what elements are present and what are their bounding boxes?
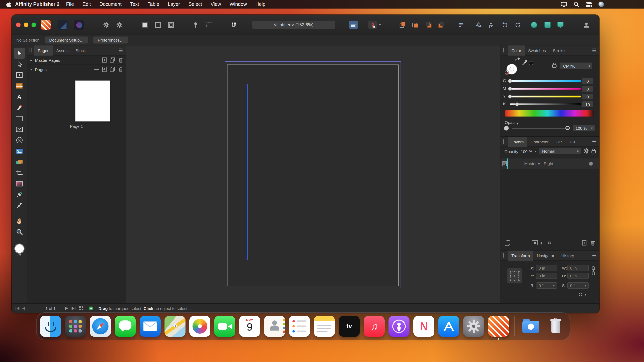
artistic-text-tool[interactable]: A <box>14 91 25 102</box>
tab-assets[interactable]: Assets <box>53 45 72 55</box>
panel-drag-handle[interactable] <box>503 253 505 257</box>
photo-persona-icon[interactable] <box>74 20 84 30</box>
minimize-window-button[interactable] <box>24 22 28 27</box>
stroke-color-swatch[interactable] <box>529 61 533 65</box>
view-tool[interactable] <box>14 215 25 226</box>
circle-shape-icon[interactable] <box>531 22 537 28</box>
display-icon[interactable] <box>561 2 567 7</box>
delete-page-icon[interactable] <box>118 57 123 62</box>
picture-frame-ellipse-tool[interactable] <box>14 135 25 146</box>
x-input[interactable]: 0 in <box>536 265 557 271</box>
pen-tool[interactable] <box>14 102 25 113</box>
frame-text-tool[interactable]: T <box>14 69 25 80</box>
w-input[interactable]: 0 in <box>568 265 589 271</box>
dock-item-maps[interactable] <box>164 312 186 340</box>
menu-text[interactable]: Text <box>126 1 143 7</box>
document-canvas[interactable] <box>126 45 500 303</box>
pages-overview-icon[interactable] <box>79 306 84 311</box>
tab-stroke[interactable]: Stroke <box>549 45 568 55</box>
dock-item-affinity-publisher[interactable] <box>488 312 509 340</box>
publisher-persona-icon[interactable] <box>41 20 51 30</box>
link-dimensions-icon[interactable] <box>592 266 596 275</box>
dock-item-downloads[interactable]: ↓ <box>520 312 541 340</box>
zoom-window-button[interactable] <box>32 22 36 27</box>
frame-marker-icon[interactable] <box>205 20 214 29</box>
layer-settings-gear-icon[interactable] <box>583 148 589 154</box>
duplicate-page-icon[interactable] <box>110 67 115 72</box>
dock-item-messages[interactable] <box>115 312 136 340</box>
preflight-status-icon[interactable] <box>89 306 93 311</box>
move-to-front-icon[interactable] <box>398 20 407 29</box>
designer-persona-icon[interactable] <box>58 20 68 30</box>
settings-gear-icon[interactable] <box>102 20 110 29</box>
panel-menu-icon[interactable]: ☰ <box>592 253 596 258</box>
opacity-dropdown-chevron[interactable]: ▼ <box>534 150 537 153</box>
node-tool[interactable] <box>14 59 25 69</box>
view-options-icon[interactable] <box>94 67 99 71</box>
rotate-ccw-icon[interactable] <box>500 20 509 29</box>
transform-options-chevron[interactable]: ▼ <box>584 293 587 296</box>
delete-layer-icon[interactable] <box>591 240 595 245</box>
menu-window[interactable]: Window <box>225 1 251 7</box>
y-slider[interactable] <box>510 96 581 98</box>
k-value-field[interactable]: 10 <box>582 101 593 107</box>
tab-stock[interactable]: Stock <box>72 45 90 55</box>
control-center-icon[interactable] <box>586 2 592 7</box>
frames-view-icon[interactable] <box>166 20 175 29</box>
m-slider[interactable] <box>510 88 581 90</box>
dock-item-finder[interactable] <box>40 312 61 340</box>
next-page-icon[interactable] <box>65 307 68 310</box>
move-tool[interactable] <box>14 48 25 59</box>
panel-drag-handle[interactable] <box>503 48 505 52</box>
menu-file[interactable]: File <box>62 1 78 7</box>
dock-item-podcasts[interactable] <box>388 312 410 340</box>
panel-menu-icon[interactable]: ☰ <box>592 139 596 144</box>
preferences-button[interactable]: Preferences… <box>94 36 128 43</box>
current-color-circle[interactable] <box>14 243 24 254</box>
master-pages-section[interactable]: ▸ Master Pages <box>27 55 126 65</box>
table-tool[interactable] <box>14 80 25 91</box>
square-shape-icon[interactable] <box>544 22 551 28</box>
last-page-icon[interactable] <box>72 307 76 310</box>
k-slider[interactable] <box>510 103 581 105</box>
c-value-field[interactable]: 0 <box>582 78 593 84</box>
opacity-value[interactable]: 100 %▼ <box>573 125 596 131</box>
dock-item-news[interactable]: N <box>414 312 434 340</box>
tab-navigator[interactable]: Navigator <box>533 250 558 260</box>
collapse-chevron-icon[interactable]: ▸ <box>30 58 35 62</box>
document-title-dropdown[interactable]: <Untitled> (152.6%) <box>252 20 335 29</box>
dock-item-trash[interactable] <box>545 312 566 340</box>
dock-item-notes[interactable] <box>314 312 335 340</box>
y-value-field[interactable]: 0 <box>582 94 593 99</box>
tab-color[interactable]: Color <box>508 45 524 55</box>
opacity-slider[interactable] <box>512 128 568 129</box>
opacity-knob-icon[interactable] <box>504 126 509 131</box>
no-fill-icon[interactable] <box>505 70 509 75</box>
swap-fill-stroke-icon[interactable] <box>16 254 22 257</box>
layer-opacity-value[interactable]: 100 % <box>521 149 532 154</box>
edit-all-layers-icon[interactable] <box>505 240 510 246</box>
lock-icon[interactable] <box>552 62 556 68</box>
style-picker-tool[interactable] <box>14 189 25 200</box>
add-page-icon[interactable] <box>102 57 106 62</box>
preferences-gear-icon[interactable] <box>115 20 124 29</box>
alignment-icon[interactable] <box>456 20 465 29</box>
menu-document[interactable]: Document <box>95 1 126 7</box>
fill-gradient-tool[interactable] <box>14 157 25 168</box>
text-styles-icon[interactable] <box>349 20 358 29</box>
snapping-magnet-icon[interactable] <box>230 20 238 29</box>
page-view-icon[interactable] <box>140 20 149 29</box>
flip-horizontal-icon[interactable] <box>474 20 482 29</box>
menu-view[interactable]: View <box>206 1 225 7</box>
spotlight-search-icon[interactable] <box>574 1 579 7</box>
dock-item-contacts[interactable] <box>264 312 285 340</box>
guides-view-icon[interactable] <box>154 20 162 29</box>
dock-item-reminders[interactable] <box>289 312 310 340</box>
menu-help[interactable]: Help <box>251 1 270 7</box>
tab-transform[interactable]: Transform <box>508 250 533 260</box>
color-spectrum-bar[interactable] <box>505 110 594 117</box>
menu-layer[interactable]: Layer <box>164 1 184 7</box>
color-mode-select[interactable]: CMYK▲▼ <box>560 62 592 69</box>
pages-section[interactable]: ▾ Pages <box>27 65 126 74</box>
tab-history[interactable]: History <box>558 250 578 260</box>
